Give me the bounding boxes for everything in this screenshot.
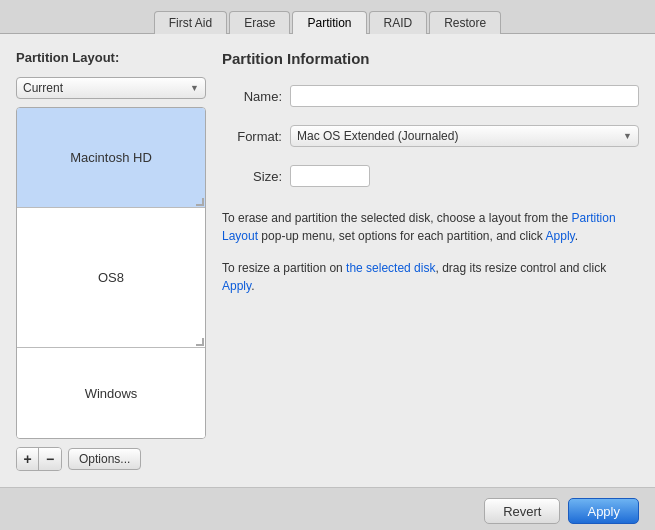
footer: Revert Apply: [0, 487, 655, 530]
disk-utility-window: First Aid Erase Partition RAID Restore P…: [0, 0, 655, 530]
partition-controls: + − Options...: [16, 447, 206, 471]
format-value: Mac OS Extended (Journaled): [297, 129, 458, 143]
name-label: Name:: [222, 89, 282, 104]
remove-partition-button[interactable]: −: [39, 448, 61, 470]
tab-raid[interactable]: RAID: [369, 11, 428, 34]
tab-erase[interactable]: Erase: [229, 11, 290, 34]
selected-disk-link: the selected disk: [346, 261, 435, 275]
main-content: Partition Layout: Current ▼ Macintosh HD…: [0, 34, 655, 487]
description-text-2: To resize a partition on the selected di…: [222, 259, 639, 295]
apply-button[interactable]: Apply: [568, 498, 639, 524]
resize-handle-icon: [196, 338, 204, 346]
right-panel: Partition Information Name: Format: Mac …: [222, 50, 639, 471]
format-label: Format:: [222, 129, 282, 144]
tab-bar: First Aid Erase Partition RAID Restore: [0, 0, 655, 34]
tab-restore[interactable]: Restore: [429, 11, 501, 34]
apply-link-2: Apply: [222, 279, 251, 293]
partition-item-macintosh-hd[interactable]: Macintosh HD: [17, 108, 205, 208]
resize-handle-icon: [196, 198, 204, 206]
partition-label-os8: OS8: [94, 262, 128, 293]
partition-layout-label: Partition Layout:: [16, 50, 206, 65]
apply-link-1: Apply: [546, 229, 575, 243]
dropdown-value: Current: [23, 81, 63, 95]
partition-info-title: Partition Information: [222, 50, 639, 67]
partition-label-macintosh-hd: Macintosh HD: [66, 142, 156, 173]
partition-item-windows[interactable]: Windows: [17, 348, 205, 438]
options-button[interactable]: Options...: [68, 448, 141, 470]
format-row: Format: Mac OS Extended (Journaled) ▼: [222, 125, 639, 147]
size-label: Size:: [222, 169, 282, 184]
tab-partition[interactable]: Partition: [292, 11, 366, 34]
chevron-down-icon: ▼: [623, 131, 632, 141]
name-input[interactable]: [290, 85, 639, 107]
add-partition-button[interactable]: +: [17, 448, 39, 470]
size-input[interactable]: [290, 165, 370, 187]
left-panel: Partition Layout: Current ▼ Macintosh HD…: [16, 50, 206, 471]
partition-item-os8[interactable]: OS8: [17, 208, 205, 348]
chevron-down-icon: ▼: [190, 83, 199, 93]
size-row: Size:: [222, 165, 639, 187]
partition-list: Macintosh HD OS8 Windows: [16, 107, 206, 439]
add-remove-group: + −: [16, 447, 62, 471]
tab-first-aid[interactable]: First Aid: [154, 11, 227, 34]
format-dropdown[interactable]: Mac OS Extended (Journaled) ▼: [290, 125, 639, 147]
partition-layout-dropdown[interactable]: Current ▼: [16, 77, 206, 99]
resize-handle-macintosh[interactable]: [193, 195, 205, 207]
revert-button[interactable]: Revert: [484, 498, 560, 524]
partition-label-windows: Windows: [81, 378, 142, 409]
description-text-1: To erase and partition the selected disk…: [222, 209, 639, 245]
resize-handle-os8[interactable]: [193, 335, 205, 347]
name-row: Name:: [222, 85, 639, 107]
